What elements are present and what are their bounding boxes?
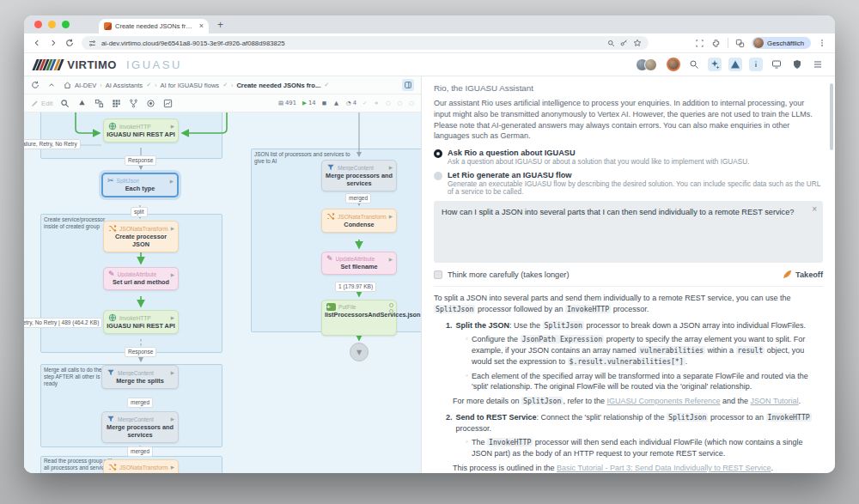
warnings-icon[interactable] xyxy=(728,58,742,71)
stat-time: ◔4 xyxy=(346,100,356,106)
processor-node-mergecontent[interactable]: MergeContent ▶ Merge the splits xyxy=(101,365,179,389)
globe-icon xyxy=(108,122,117,131)
edge-label: Response xyxy=(125,155,156,166)
app-header: VIRTIMO IGUASU xyxy=(24,53,835,76)
screenshot-icon[interactable] xyxy=(695,39,704,48)
breadcrumb-item[interactable]: AI for IGUASU flows xyxy=(160,82,219,89)
edit-button[interactable]: Edit xyxy=(31,100,52,107)
tab-close-icon[interactable]: × xyxy=(199,22,204,30)
target-icon[interactable] xyxy=(146,99,155,108)
chevron-up-icon[interactable] xyxy=(47,81,56,89)
maximize-window-button[interactable] xyxy=(62,21,70,28)
shuffle-icon xyxy=(108,224,117,233)
new-tab-button[interactable]: + xyxy=(217,19,223,31)
question-text[interactable]: How can I split a JSON into several part… xyxy=(442,207,807,218)
reload-icon[interactable] xyxy=(65,39,74,47)
search-icon[interactable] xyxy=(687,58,701,71)
question-input[interactable]: How can I split a JSON into several part… xyxy=(434,201,823,263)
radio-unselected-icon[interactable] xyxy=(434,172,442,180)
run-state-icon: ▶ xyxy=(389,165,393,170)
url-bar[interactable]: ai-dev.virtimo.cloud/9e6541a8-9015-3e9f-… xyxy=(82,36,649,50)
minimize-window-button[interactable] xyxy=(48,21,56,28)
search-tabs-icon[interactable] xyxy=(607,39,615,47)
search-flow-icon[interactable] xyxy=(60,99,70,108)
stat-invalid: ▲ xyxy=(334,100,340,106)
bookmark-star-icon[interactable] xyxy=(633,39,642,47)
feather-icon xyxy=(783,270,792,279)
processor-node-invokehttp[interactable]: InvokeHTTP ▶ IGUASU NiFi REST API xyxy=(103,118,179,143)
flow-toolbar-row: Edit xyxy=(24,94,421,112)
funnel-icon xyxy=(107,415,115,423)
edge-label: merged xyxy=(127,398,153,408)
globe-icon xyxy=(108,313,117,322)
clear-question-icon[interactable]: × xyxy=(812,204,817,214)
refresh-icon[interactable] xyxy=(31,81,40,89)
radio-option-ask[interactable]: Ask Rio a question about IGUASU Ask a qu… xyxy=(434,149,823,166)
assistant-panel-toggle[interactable] xyxy=(402,79,414,91)
url-text[interactable]: ai-dev.virtimo.cloud/9e6541a8-9015-3e9f-… xyxy=(101,39,602,47)
info-icon[interactable] xyxy=(749,58,763,71)
upload-icon[interactable] xyxy=(77,99,87,108)
funnel-icon xyxy=(107,368,115,377)
forward-icon[interactable] xyxy=(49,39,58,47)
online-users-avatars[interactable] xyxy=(636,58,657,71)
run-state-icon: ▶ xyxy=(170,179,174,184)
close-window-button[interactable] xyxy=(34,21,42,28)
extensions-icon[interactable] xyxy=(711,39,721,48)
assistant-title: Rio, the IGUASU Assistant xyxy=(434,83,823,93)
browser-menu-icon[interactable] xyxy=(818,39,826,47)
run-state-icon: ▶ xyxy=(171,370,174,375)
breadcrumb: AI-DEV › AI Assistants ✓ › AI for IGUASU… xyxy=(64,82,329,89)
processor-node-jsonata[interactable]: JSONataTransformJ... ▶ Condense xyxy=(321,209,397,233)
site-settings-icon[interactable] xyxy=(88,39,96,47)
processor-node-jsonata[interactable]: JSONataTransformJ... ▶ xyxy=(103,459,179,473)
think-checkbox[interactable] xyxy=(434,270,442,279)
radio-selected-icon[interactable] xyxy=(434,149,442,158)
current-user-avatar[interactable] xyxy=(667,58,680,71)
processor-node-putfile[interactable]: + PutFile listProcessorsAndServices.json xyxy=(321,300,397,336)
edge-label: split xyxy=(131,207,148,217)
processor-node-jsonata[interactable]: JSONataTransformJ... ▶ Create processor … xyxy=(103,221,179,252)
ai-assistant-icon[interactable] xyxy=(708,58,722,71)
branch-icon[interactable] xyxy=(129,99,138,108)
home-icon[interactable] xyxy=(64,82,71,89)
processor-node-mergecontent[interactable]: MergeContent ▶ Merge processors and serv… xyxy=(101,411,179,443)
node-badges xyxy=(389,303,393,313)
processor-node-updateattribute[interactable]: ✎ UpdateAttribute ▶ Set url and method xyxy=(103,267,179,290)
translate-icon[interactable] xyxy=(735,39,745,48)
group-icon[interactable] xyxy=(94,99,104,108)
processor-node-splitjson-selected[interactable]: ✂ SplitJson ▶ Each type xyxy=(101,173,179,197)
browser-addressbar: ai-dev.virtimo.cloud/9e6541a8-9015-3e9f-… xyxy=(24,33,835,53)
think-label: Think more carefully (takes longer) xyxy=(448,270,569,279)
main-menu-icon[interactable] xyxy=(811,58,825,71)
flow-breadcrumb-row: AI-DEV › AI Assistants ✓ › AI for IGUASU… xyxy=(24,76,421,94)
takeoff-button[interactable]: Takeoff xyxy=(783,270,823,279)
processor-node-invokehttp[interactable]: InvokeHTTP ▶ IGUASU NiFi REST API xyxy=(103,310,179,334)
output-funnel[interactable]: ▼ xyxy=(350,343,369,361)
browser-profile-chip[interactable]: Geschäftlich xyxy=(752,37,811,49)
browser-tab[interactable]: Create needed JSONs from ... × xyxy=(99,19,209,33)
security-shield-icon[interactable] xyxy=(790,58,804,71)
radio-option-generate[interactable]: Let Rio generate an IGUASU flow Generate… xyxy=(434,171,823,196)
browser-actions: Geschäftlich xyxy=(695,37,826,49)
run-state-icon: ▶ xyxy=(389,214,393,219)
breadcrumb-item[interactable]: AI Assistants xyxy=(106,82,143,89)
check-icon: ✓ xyxy=(222,82,228,88)
run-state-icon: ▶ xyxy=(171,272,174,277)
monitoring-icon[interactable] xyxy=(770,58,783,71)
run-state-icon: ▶ xyxy=(171,226,174,231)
breadcrumb-item-current[interactable]: Create needed JSONs fro... xyxy=(236,82,320,89)
chart-icon[interactable] xyxy=(163,99,173,108)
profile-label: Geschäftlich xyxy=(767,39,804,47)
processor-node-updateattribute[interactable]: ✎ UpdateAttribute ▶ Set filename xyxy=(321,252,397,275)
flow-canvas[interactable]: Create service/processor inside of creat… xyxy=(24,112,421,473)
grid-icon[interactable] xyxy=(112,99,121,108)
back-icon[interactable] xyxy=(33,39,41,47)
stat-states: ✓∗○○○ xyxy=(362,100,414,106)
breadcrumb-item[interactable]: AI-DEV xyxy=(75,82,96,89)
edge-label: merged xyxy=(127,446,153,457)
scrollbar[interactable] xyxy=(830,83,833,150)
passwords-key-icon[interactable] xyxy=(620,39,628,47)
user-avatar xyxy=(644,58,657,71)
processor-node-mergecontent[interactable]: MergeContent ▶ Merge processors and serv… xyxy=(321,160,397,191)
